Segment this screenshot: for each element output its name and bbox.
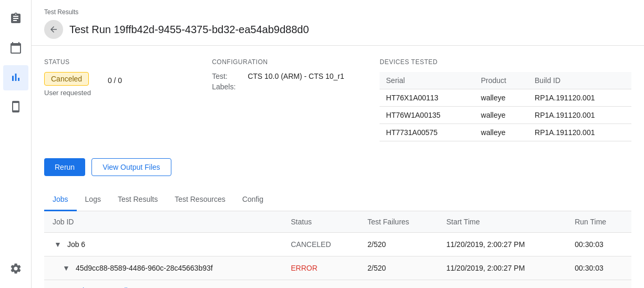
chart-icon xyxy=(9,71,22,85)
calendar-icon xyxy=(9,42,22,56)
table-row: ▼ Job 6 CANCELED 2/520 11/20/2019, 2:00:… xyxy=(44,233,631,256)
tabs-bar: JobsLogsTest ResultsTest ResourcesConfig xyxy=(44,189,631,211)
phone-icon xyxy=(9,100,22,115)
status-value: CANCELED xyxy=(291,240,331,249)
col-status: Status xyxy=(282,211,359,233)
start-time-cell: 11/20/2019, 2:00:27 PM xyxy=(438,256,566,280)
back-button[interactable] xyxy=(44,20,63,39)
user-requested-text: User requested xyxy=(44,89,91,97)
config-label: Configuration xyxy=(212,58,380,66)
page-title: Test Run 19ffb42d-9455-4375-bd32-ea54ab9… xyxy=(69,24,309,36)
tab-test-resources[interactable]: Test Resources xyxy=(166,189,233,211)
device-product: walleye xyxy=(475,107,528,124)
view-output-row: View Output Files xyxy=(44,280,631,289)
config-test-row: Test: CTS 10.0 (ARM) - CTS 10_r1 xyxy=(212,72,380,80)
col-start-time: Start Time xyxy=(438,211,566,233)
sidebar-item-devices[interactable] xyxy=(3,95,28,120)
col-job-id: Job ID xyxy=(44,211,282,233)
device-row: HT76W1A00135 walleye RP1A.191120.001 xyxy=(380,107,631,124)
action-row: Rerun View Output Files xyxy=(44,158,631,176)
view-output-files-button[interactable]: View Output Files xyxy=(91,158,171,176)
status-label: Status xyxy=(44,58,212,66)
expand-icon[interactable]: ▼ xyxy=(61,263,71,273)
expand-icon[interactable]: ▼ xyxy=(53,239,63,250)
sidebar-item-calendar[interactable] xyxy=(3,36,28,61)
status-cell: CANCELED xyxy=(282,233,359,256)
config-labels-key: Labels: xyxy=(212,83,243,91)
device-row: HT7731A00575 walleye RP1A.191120.001 xyxy=(380,124,631,141)
config-test-key: Test: xyxy=(212,72,243,80)
settings-icon xyxy=(9,262,22,276)
status-badge: Canceled xyxy=(44,72,89,86)
device-serial: HT76W1A00135 xyxy=(380,107,474,124)
status-col: Status Canceled User requested 0 / 0 xyxy=(44,58,212,141)
device-row: HT76X1A00113 walleye RP1A.191120.001 xyxy=(380,89,631,107)
sidebar-item-analytics[interactable] xyxy=(3,65,28,90)
config-test-value: CTS 10.0 (ARM) - CTS 10_r1 xyxy=(248,72,344,80)
job-id-value: Job 6 xyxy=(67,240,85,249)
start-time-cell: 11/20/2019, 2:00:27 PM xyxy=(438,233,566,256)
info-section: Status Canceled User requested 0 / 0 Con… xyxy=(44,58,631,141)
config-labels-row: Labels: xyxy=(212,83,380,91)
device-product: walleye xyxy=(475,89,528,107)
header: Test Results Test Run 19ffb42d-9455-4375… xyxy=(32,0,644,46)
job-id-value: 45d9cc88-8589-4486-960c-28c45663b93f xyxy=(76,264,213,272)
device-product: walleye xyxy=(475,124,528,141)
config-col: Configuration Test: CTS 10.0 (ARM) - CTS… xyxy=(212,58,380,141)
content-area: Status Canceled User requested 0 / 0 Con… xyxy=(32,46,644,288)
clipboard-icon xyxy=(9,12,22,26)
device-build-id: RP1A.191120.001 xyxy=(528,124,631,141)
jobs-table: Job ID Status Test Failures Start Time R… xyxy=(44,211,631,288)
tab-test-results[interactable]: Test Results xyxy=(109,189,166,211)
table-row: ▼ 45d9cc88-8589-4486-960c-28c45663b93f E… xyxy=(44,256,631,280)
job-id-cell: ▼ Job 6 xyxy=(44,233,282,256)
devices-col: Devices Tested Serial Product Build ID H… xyxy=(380,58,631,141)
breadcrumb: Test Results xyxy=(44,8,631,16)
status-value: ERROR xyxy=(291,264,318,272)
devices-col-buildid: Build ID xyxy=(528,72,631,89)
devices-col-serial: Serial xyxy=(380,72,474,89)
device-build-id: RP1A.191120.001 xyxy=(528,89,631,107)
sidebar xyxy=(0,0,32,288)
devices-col-product: Product xyxy=(475,72,528,89)
col-run-time: Run Time xyxy=(566,211,631,233)
sidebar-item-settings[interactable] xyxy=(3,256,28,282)
progress-text: 0 / 0 xyxy=(108,76,122,85)
run-time-cell: 00:30:03 xyxy=(566,233,631,256)
title-row: Test Run 19ffb42d-9455-4375-bd32-ea54ab9… xyxy=(44,20,631,39)
col-test-failures: Test Failures xyxy=(359,211,438,233)
job-id-cell: ▼ 45d9cc88-8589-4486-960c-28c45663b93f xyxy=(44,256,282,280)
test-failures-cell: 2/520 xyxy=(359,256,438,280)
tab-config[interactable]: Config xyxy=(234,189,272,211)
test-failures-cell: 2/520 xyxy=(359,233,438,256)
status-cell: ERROR xyxy=(282,256,359,280)
devices-label: Devices Tested xyxy=(380,58,631,66)
device-build-id: RP1A.191120.001 xyxy=(528,107,631,124)
tab-logs[interactable]: Logs xyxy=(77,189,109,211)
main-content: Test Results Test Run 19ffb42d-9455-4375… xyxy=(32,0,644,288)
rerun-button[interactable]: Rerun xyxy=(44,158,85,176)
device-serial: HT7731A00575 xyxy=(380,124,474,141)
devices-table: Serial Product Build ID HT76X1A00113 wal… xyxy=(380,72,631,141)
run-time-cell: 00:30:03 xyxy=(566,256,631,280)
device-serial: HT76X1A00113 xyxy=(380,89,474,107)
sidebar-item-tasks[interactable] xyxy=(3,6,28,32)
tab-jobs[interactable]: Jobs xyxy=(44,189,77,211)
